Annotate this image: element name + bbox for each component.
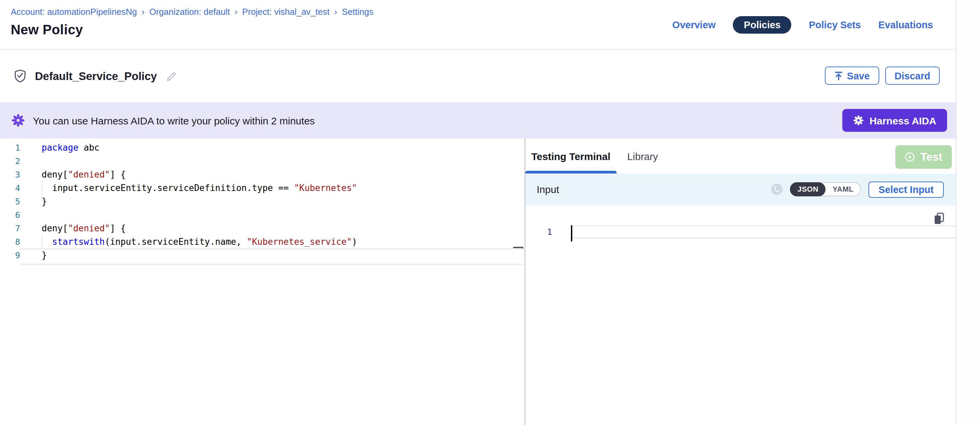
- format-option-yaml[interactable]: YAML: [826, 182, 861, 197]
- main-area: 1package abc23deny["denied"] {4 input.se…: [0, 139, 956, 425]
- input-section-header: Input JSONYAML Select Input: [525, 174, 956, 205]
- code-line[interactable]: 6: [0, 208, 525, 222]
- breadcrumb: Account: automationPipelinesNg›Organizat…: [11, 7, 374, 17]
- format-toggle: JSONYAML: [790, 182, 861, 197]
- breadcrumb-item[interactable]: Account: automationPipelinesNg: [11, 7, 137, 17]
- input-section-title: Input: [537, 184, 559, 195]
- new-policy-page: Account: automationPipelinesNg›Organizat…: [0, 0, 980, 425]
- page-gutter: [957, 0, 980, 425]
- panel-tab-library[interactable]: Library: [621, 139, 664, 174]
- code-line[interactable]: 2: [0, 155, 525, 168]
- test-button[interactable]: Test: [896, 145, 952, 169]
- shield-check-icon: [14, 69, 26, 83]
- select-input-button[interactable]: Select Input: [869, 181, 944, 197]
- line-number: 1: [0, 141, 20, 155]
- play-circle-icon: [905, 152, 915, 162]
- line-number: 7: [0, 222, 20, 235]
- testing-panel: Testing TerminalLibrary Test Input: [525, 139, 956, 425]
- edit-pencil-icon[interactable]: [165, 70, 177, 82]
- code-line[interactable]: 9}: [0, 249, 525, 262]
- line-number: 5: [0, 195, 20, 208]
- code-line[interactable]: 4 input.serviceEntity.serviceDefinition.…: [0, 182, 525, 195]
- harness-aida-button[interactable]: Harness AIDA: [842, 109, 947, 132]
- breadcrumb-item[interactable]: Organization: default: [149, 7, 230, 17]
- policy-toolbar: Default_Service_Policy Save Discard: [0, 50, 956, 102]
- line-number: 3: [0, 168, 20, 182]
- code-line[interactable]: 7deny["denied"] {: [0, 222, 525, 235]
- nav-tabs: OverviewPoliciesPolicy SetsEvaluations: [672, 0, 933, 50]
- code-line[interactable]: 8 startswith(input.serviceEntity.name, "…: [0, 235, 525, 249]
- aida-sparkle-icon: [853, 115, 864, 126]
- code-text: input.serviceEntity.serviceDefinition.ty…: [41, 182, 357, 195]
- line-number: 8: [0, 235, 20, 249]
- input-json-editor[interactable]: 1: [525, 205, 956, 425]
- discard-button[interactable]: Discard: [885, 67, 940, 85]
- line-number: 6: [0, 208, 20, 222]
- code-text: package abc: [41, 141, 99, 155]
- policy-name: Default_Service_Policy: [35, 70, 157, 82]
- code-line[interactable]: 3deny["denied"] {: [0, 168, 525, 182]
- nav-tab-policy-sets[interactable]: Policy Sets: [809, 19, 861, 30]
- line-number: 2: [0, 155, 20, 168]
- save-button[interactable]: Save: [825, 67, 879, 85]
- page-header: Account: automationPipelinesNg›Organizat…: [0, 0, 956, 50]
- chevron-right-icon: ›: [334, 7, 337, 17]
- breadcrumb-item[interactable]: Project: vishal_av_test: [242, 7, 329, 17]
- content-area: Account: automationPipelinesNg›Organizat…: [0, 0, 956, 425]
- aida-sparkle-icon: [11, 113, 25, 127]
- aida-banner-message: You can use Harness AIDA to write your p…: [33, 115, 315, 126]
- testing-panel-tabs: Testing TerminalLibrary Test: [525, 139, 956, 174]
- upload-icon: [834, 71, 843, 80]
- input-editor-line-number: 1: [525, 225, 552, 239]
- input-source-branch-icon: [772, 184, 783, 195]
- code-line[interactable]: 1package abc: [0, 141, 525, 155]
- code-text: startswith(input.serviceEntity.name, "Ku…: [41, 235, 357, 249]
- input-editor-current-line: 1: [525, 225, 956, 239]
- harness-aida-button-label: Harness AIDA: [870, 115, 936, 126]
- current-line-highlight: [571, 225, 956, 239]
- code-line[interactable]: 5}: [0, 195, 525, 208]
- save-button-label: Save: [847, 70, 870, 81]
- test-button-label: Test: [921, 151, 942, 163]
- line-number: 9: [0, 249, 20, 262]
- breadcrumb-item[interactable]: Settings: [342, 7, 374, 17]
- chevron-right-icon: ›: [142, 7, 145, 17]
- aida-banner: You can use Harness AIDA to write your p…: [0, 102, 956, 139]
- nav-tab-evaluations[interactable]: Evaluations: [878, 19, 933, 30]
- code-text: }: [41, 195, 47, 208]
- line-number: 4: [0, 182, 20, 195]
- code-text: deny["denied"] {: [41, 222, 126, 235]
- format-option-json[interactable]: JSON: [790, 182, 826, 197]
- chevron-right-icon: ›: [234, 7, 237, 17]
- nav-tab-policies[interactable]: Policies: [733, 16, 792, 34]
- nav-tab-overview[interactable]: Overview: [672, 19, 716, 30]
- discard-button-label: Discard: [895, 70, 930, 81]
- page-title: New Policy: [11, 22, 83, 38]
- copy-icon[interactable]: [934, 212, 944, 225]
- policy-code-editor[interactable]: 1package abc23deny["denied"] {4 input.se…: [0, 139, 525, 425]
- panel-tab-testing-terminal[interactable]: Testing Terminal: [525, 139, 617, 174]
- code-text: deny["denied"] {: [41, 168, 126, 182]
- code-text: }: [41, 249, 47, 262]
- text-cursor: [571, 225, 572, 241]
